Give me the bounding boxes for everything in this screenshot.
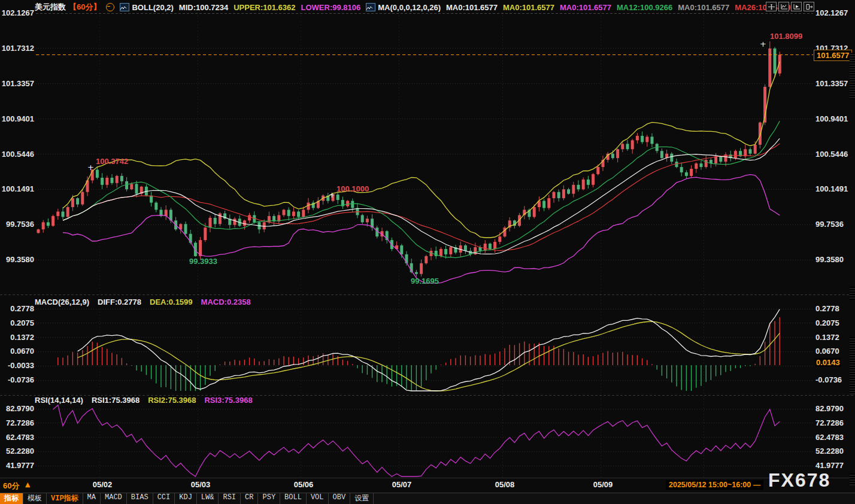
- toolbar-tab-KDJ[interactable]: KDJ: [175, 493, 197, 504]
- bottom-toolbar: 指标模板VIP指标MAMACDBIASCCIKDJLW&RSICRPSYBOLL…: [0, 493, 855, 504]
- rsi2-value: RSI2:75.3968: [148, 396, 196, 405]
- indicator-header: 美元指数 【60分】 − BOLL(20,2) MID:100.7234 UPP…: [35, 2, 791, 13]
- ma-chart-icon[interactable]: [366, 3, 375, 11]
- rsi3-value: RSI3:75.3968: [204, 396, 252, 405]
- toolbar-tab-OBV[interactable]: OBV: [329, 493, 351, 504]
- rsi-axis-label: 62.4783: [1, 433, 34, 442]
- boll-lower-value: LOWER:99.8106: [301, 3, 361, 12]
- timeframe-button[interactable]: 60分: [3, 481, 19, 491]
- macd-dea-value: DEA:0.1599: [150, 297, 193, 306]
- axis-zoom-icon[interactable]: [778, 2, 789, 11]
- price-axis-label: 100.1491: [1, 185, 34, 193]
- boll-mid-value: MID:100.7234: [179, 3, 228, 12]
- rsi-axis-label: 52.2280: [1, 447, 34, 456]
- toolbar-tab-VIP指标[interactable]: VIP指标: [47, 493, 83, 504]
- rsi-axis-label: 52.2280: [815, 447, 844, 456]
- ma0-yellow-value: MA0:101.6577: [503, 3, 554, 12]
- rsi-pane-header: RSI(14,14,14) RSI1:75.3968 RSI2:75.3968 …: [35, 396, 253, 405]
- price-extreme-label: 100.3742: [96, 157, 128, 166]
- date-tick-label: 05/07: [392, 480, 412, 489]
- date-tick-label: 05/02: [93, 480, 113, 489]
- toolbar-tab-BOLL[interactable]: BOLL: [280, 493, 307, 504]
- scrollbar-grip[interactable]: [850, 287, 855, 300]
- rsi-axis-label: 82.9790: [1, 405, 34, 413]
- macd-axis-label: 0.1372: [1, 333, 34, 342]
- ma0-white-value: MA0:101.6577: [446, 3, 498, 12]
- macd-macd-value: MACD:0.2358: [201, 297, 251, 306]
- rsi-axis-label: 41.9777: [815, 462, 844, 470]
- price-axis-label: 99.7536: [815, 220, 844, 229]
- toolbar-tab-CR[interactable]: CR: [241, 493, 258, 504]
- macd-axis-label: 0.2075: [1, 319, 34, 327]
- macd-axis-label: 0.0670: [1, 347, 34, 356]
- minus-circle-icon[interactable]: −: [106, 3, 114, 11]
- date-tick-label: 05/09: [593, 480, 613, 489]
- play-forward-icon[interactable]: [791, 2, 802, 11]
- toolbar-tab-设置[interactable]: 设置: [350, 493, 374, 504]
- rsi-axis-label: 82.9790: [815, 405, 844, 413]
- timeframe-arrow-icon[interactable]: ▲: [25, 481, 30, 488]
- ma12-value: MA12:100.9266: [617, 3, 672, 12]
- toolbar-tab-RSI[interactable]: RSI: [219, 493, 241, 504]
- scrollbar-grip[interactable]: [850, 337, 855, 394]
- chart-toolbar-icons: [766, 2, 814, 11]
- rsi-axis-label: 72.7286: [1, 419, 34, 427]
- extreme-cross-marker: +: [329, 190, 335, 199]
- toolbar-tab-MA[interactable]: MA: [83, 493, 101, 504]
- rsi-axis-label: 72.7286: [815, 419, 844, 427]
- price-axis-label: 100.9401: [1, 115, 34, 123]
- symbol-name: 美元指数: [35, 2, 66, 13]
- toolbar-tab-VOL[interactable]: VOL: [307, 493, 329, 504]
- scrollbar-grip[interactable]: [850, 53, 855, 99]
- toolbar-tab-CCI[interactable]: CCI: [153, 493, 175, 504]
- boll-upper-value: UPPER:101.6362: [234, 3, 295, 12]
- price-axis-label: 99.7536: [1, 220, 34, 229]
- boll-chart-icon[interactable]: [120, 3, 129, 11]
- scrollbar-grip[interactable]: [850, 473, 855, 485]
- price-axis-label: 100.1491: [815, 185, 848, 193]
- macd-axis-label: 0.2075: [815, 319, 839, 327]
- price-axis-label: 100.5446: [1, 150, 34, 159]
- panel-toggle-icon[interactable]: [804, 2, 814, 11]
- macd-axis-label: 0.2778: [1, 305, 34, 313]
- toolbar-tab-模板[interactable]: 模板: [23, 493, 47, 504]
- toolbar-tab-LW&[interactable]: LW&: [197, 493, 219, 504]
- boll-label: BOLL(20,2): [132, 3, 173, 12]
- timeframe-label: 【60分】: [69, 2, 101, 13]
- price-extreme-label: 101.8099: [770, 32, 802, 41]
- macd-title: MACD(26,12,9): [35, 297, 89, 306]
- toolbar-tab-PSY[interactable]: PSY: [258, 493, 280, 504]
- price-axis-label: 99.3580: [1, 256, 34, 264]
- macd-axis-label: -0.0736: [815, 376, 842, 384]
- macd-current-badge: 0.0143: [815, 358, 841, 367]
- price-extreme-label: 99.1695: [411, 277, 439, 286]
- chart-app: 美元指数 【60分】 − BOLL(20,2) MID:100.7234 UPP…: [0, 0, 855, 504]
- price-axis-label: 100.5446: [815, 150, 848, 159]
- time-axis: 60分 ▲ 2025/05/12 15:00~16:00 — 05/0205/0…: [0, 478, 855, 493]
- date-tick-label: 05/08: [495, 480, 515, 489]
- toolbar-tab-指标[interactable]: 指标: [0, 493, 23, 504]
- date-tick-label: 05/03: [191, 480, 211, 489]
- macd-axis-label: -0.0736: [1, 376, 34, 384]
- ma0-gray-value: MA0:101.6577: [678, 3, 729, 12]
- time-range-badge: 2025/05/12 15:00~16:00 —: [666, 480, 763, 490]
- macd-axis-label: -0.0033: [1, 362, 34, 370]
- price-axis-label: 101.3357: [815, 80, 848, 88]
- toolbar-tab-BIAS[interactable]: BIAS: [127, 493, 153, 504]
- rsi1-value: RSI1:75.3968: [92, 396, 140, 405]
- price-axis-label: 102.1267: [815, 9, 848, 17]
- toolbar-tab-MACD[interactable]: MACD: [101, 493, 127, 504]
- macd-axis-label: 0.0670: [815, 347, 839, 356]
- crosshair-tool-icon[interactable]: [766, 2, 777, 11]
- chart-canvas[interactable]: [0, 0, 855, 504]
- macd-pane-header: MACD(26,12,9) DIFF:0.2778 DEA:0.1599 MAC…: [35, 297, 251, 306]
- extreme-cross-marker: +: [760, 40, 766, 48]
- macd-axis-label: 0.2778: [815, 305, 839, 313]
- rsi-axis-label: 62.4783: [815, 433, 844, 442]
- ma-label: MA(0,0,0,12,0,26): [378, 3, 441, 12]
- price-axis-label: 102.1267: [1, 9, 34, 17]
- macd-axis-label: 0.1372: [815, 333, 839, 342]
- fx678-watermark: FX678: [768, 469, 830, 491]
- macd-diff-value: DIFF:0.2778: [98, 297, 141, 306]
- rsi-title: RSI(14,14,14): [35, 396, 83, 405]
